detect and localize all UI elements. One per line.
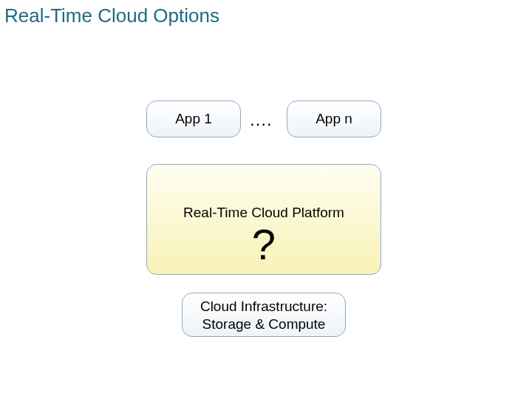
app-box-first: App 1 — [146, 100, 241, 137]
app-box-last: App n — [287, 100, 381, 137]
app-label-first: App 1 — [175, 111, 212, 126]
infra-line2: Storage & Compute — [183, 316, 345, 333]
infra-line1: Cloud Infrastructure: — [183, 298, 345, 316]
infrastructure-box: Cloud Infrastructure: Storage & Compute — [182, 293, 346, 337]
page-title: Real-Time Cloud Options — [4, 4, 219, 27]
ellipsis: …. — [249, 109, 272, 130]
platform-box: Real-Time Cloud Platform ? — [146, 164, 381, 275]
platform-label: Real-Time Cloud Platform — [147, 205, 381, 221]
app-label-last: App n — [316, 111, 352, 126]
question-mark: ? — [147, 222, 381, 267]
